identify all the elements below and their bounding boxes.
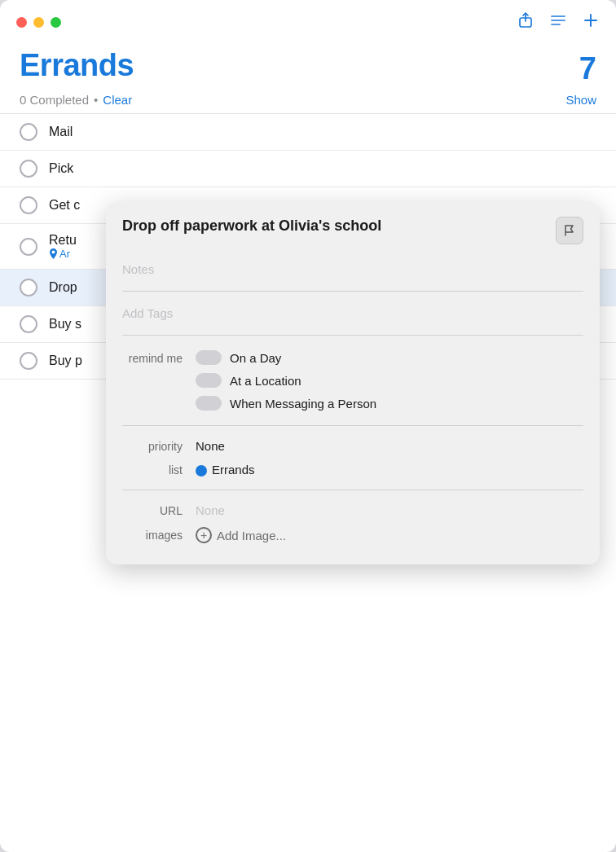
dot-separator: •: [94, 93, 98, 107]
task-checkbox-4[interactable]: [20, 238, 37, 256]
task-checkbox-7[interactable]: [20, 352, 37, 370]
task-row: Pick: [0, 151, 616, 187]
list-title: Errands: [20, 48, 134, 83]
priority-value[interactable]: None: [196, 439, 225, 453]
list-value[interactable]: Errands: [196, 463, 255, 477]
url-label: URL: [122, 504, 196, 517]
share-icon[interactable]: [517, 11, 535, 33]
task-checkbox-5[interactable]: [20, 279, 37, 296]
completed-text: 0 Completed: [20, 93, 89, 107]
divider-4: [122, 490, 583, 490]
remind-messaging-label: When Messaging a Person: [230, 397, 376, 411]
popup-title: Drop off paperwork at Olivia's school: [122, 217, 556, 235]
remind-location-label: At a Location: [230, 374, 301, 388]
header: Errands 7: [0, 40, 616, 86]
popup-header: Drop off paperwork at Olivia's school: [122, 217, 583, 244]
remind-options: On a Day At a Location When Messaging a …: [196, 350, 583, 411]
add-icon[interactable]: [582, 11, 600, 33]
add-image-button[interactable]: + Add Image...: [196, 527, 286, 543]
close-button[interactable]: [16, 17, 27, 28]
images-row: images + Add Image...: [122, 522, 583, 548]
add-image-label: Add Image...: [217, 529, 286, 542]
divider-2: [122, 335, 583, 336]
divider-3: [122, 425, 583, 426]
fullscreen-button[interactable]: [51, 17, 61, 28]
main-window: Errands 7 0 Completed • Clear Show Mail …: [0, 0, 616, 852]
remind-day-label: On a Day: [230, 351, 281, 365]
toggle-location[interactable]: [196, 373, 222, 388]
notes-field[interactable]: Notes: [122, 256, 583, 283]
task-checkbox-2[interactable]: [20, 160, 37, 178]
traffic-lights: [16, 17, 61, 28]
plus-circle-icon: +: [196, 527, 212, 543]
remind-label: remind me: [122, 352, 196, 365]
remind-option-day: On a Day: [196, 350, 583, 365]
task-checkbox-1[interactable]: [20, 123, 37, 141]
titlebar-actions: [517, 11, 600, 33]
tags-field[interactable]: Add Tags: [122, 300, 583, 327]
minimize-button[interactable]: [33, 17, 44, 28]
list-dot: [196, 465, 207, 477]
completed-bar: 0 Completed • Clear Show: [0, 86, 616, 114]
task-text-1: Mail: [49, 125, 596, 139]
toggle-messaging[interactable]: [196, 396, 222, 411]
task-checkbox-3[interactable]: [20, 196, 37, 214]
count-badge: 7: [579, 51, 596, 86]
show-button[interactable]: Show: [565, 93, 596, 107]
completed-left: 0 Completed • Clear: [20, 93, 132, 107]
priority-label: priority: [122, 440, 196, 453]
remind-option-location: At a Location: [196, 373, 583, 388]
detail-popup: Drop off paperwork at Olivia's school No…: [106, 202, 600, 564]
images-label: images: [122, 529, 196, 542]
toggle-day[interactable]: [196, 350, 222, 365]
remind-section: remind me On a Day At a Location When Me…: [122, 344, 583, 417]
url-value[interactable]: None: [196, 503, 225, 517]
list-name-value: Errands: [212, 463, 255, 477]
priority-row: priority None: [122, 434, 583, 458]
url-row: URL None: [122, 498, 583, 522]
task-checkbox-6[interactable]: [20, 315, 37, 333]
clear-button[interactable]: Clear: [103, 93, 132, 107]
divider-1: [122, 291, 583, 292]
titlebar: [0, 0, 616, 40]
flag-button[interactable]: [556, 217, 583, 244]
task-row: Mail: [0, 114, 616, 151]
list-row: list Errands: [122, 458, 583, 481]
remind-option-messaging: When Messaging a Person: [196, 396, 583, 411]
list-icon[interactable]: [549, 11, 567, 33]
task-text-2: Pick: [49, 161, 596, 176]
list-label: list: [122, 463, 196, 477]
